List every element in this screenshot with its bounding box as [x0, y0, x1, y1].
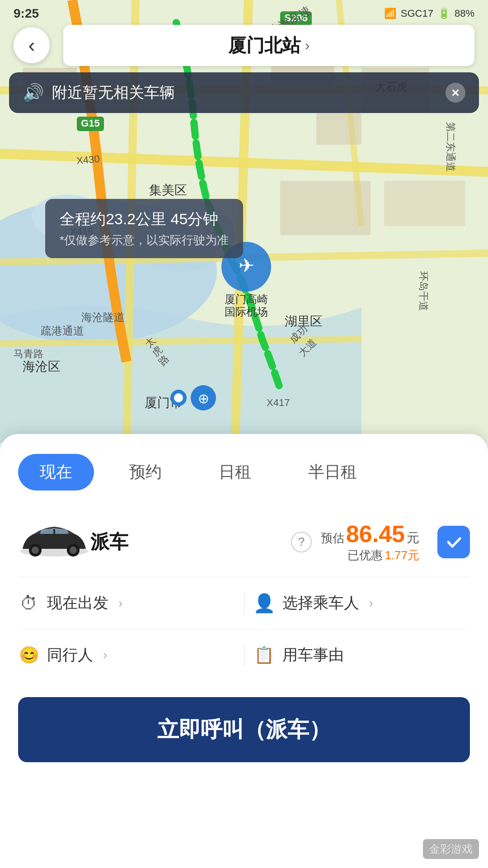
companion-option[interactable]: 😊 同行人 ›: [18, 644, 235, 666]
tab-half-day-rent-label: 半日租: [308, 462, 357, 481]
price-unit: 元: [407, 529, 419, 547]
car-option-card[interactable]: 派车 ? 预估 86.45 元 已优惠 1.77元: [18, 507, 470, 577]
companion-arrow: ›: [103, 648, 107, 662]
departure-time-option[interactable]: ⏱ 现在出发 ›: [18, 592, 235, 614]
tab-reservation[interactable]: 预约: [108, 454, 183, 491]
svg-text:✈: ✈: [239, 255, 254, 276]
options-divider-2: [244, 644, 244, 666]
battery-icon: 🔋: [438, 8, 450, 19]
service-tabs: 现在 预约 日租 半日租: [18, 434, 470, 507]
svg-text:集美区: 集美区: [149, 183, 187, 197]
tab-now-label: 现在: [40, 462, 72, 481]
reason-option[interactable]: 📋 用车事由: [253, 644, 470, 666]
svg-text:第二东通道: 第二东通道: [445, 122, 456, 172]
call-button-label: 立即呼叫（派车）: [157, 717, 331, 741]
options-row-2: 😊 同行人 › 📋 用车事由: [18, 629, 470, 681]
person-icon: 👤: [253, 592, 275, 614]
reason-icon: 📋: [253, 644, 275, 666]
passenger-arrow: ›: [369, 596, 373, 610]
watermark: 金彩游戏: [423, 839, 479, 859]
car-image: [18, 524, 90, 560]
tab-half-day-rent[interactable]: 半日租: [286, 454, 379, 491]
price-info-button[interactable]: ?: [291, 532, 312, 552]
tab-now[interactable]: 现在: [18, 454, 94, 491]
route-distance-time: 全程约23.2公里 45分钟: [60, 209, 229, 230]
wifi-label: SGC17: [401, 8, 433, 19]
svg-text:G15: G15: [81, 118, 100, 129]
notification-text: 附近暂无相关车辆: [52, 82, 175, 103]
signal-icon: 📶: [384, 8, 396, 19]
select-car-button[interactable]: [437, 526, 470, 558]
notification-close-button[interactable]: ×: [446, 83, 465, 103]
svg-text:⊕: ⊕: [198, 391, 209, 406]
svg-text:环岛干道: 环岛干道: [418, 271, 429, 311]
departure-label: 现在出发: [47, 593, 108, 613]
location-header[interactable]: 厦门北站 ›: [63, 25, 474, 66]
origin-label: 厦门北站: [228, 33, 300, 58]
price-section: ? 预估 86.45 元 已优惠 1.77元: [291, 520, 470, 563]
route-info-tooltip: 全程约23.2公里 45分钟 *仅做参考示意，以实际行驶为准: [45, 199, 243, 258]
checkmark-icon: [445, 533, 463, 551]
call-button[interactable]: 立即呼叫（派车）: [18, 697, 470, 762]
watermark-text: 金彩游戏: [429, 843, 473, 855]
companion-label: 同行人: [47, 645, 93, 665]
car-type-name: 派车: [90, 529, 291, 555]
estimate-label: 预估: [321, 530, 344, 546]
passenger-option[interactable]: 👤 选择乘车人 ›: [253, 592, 470, 614]
svg-text:国际机场: 国际机场: [225, 306, 268, 318]
options-row-1: ⏱ 现在出发 › 👤 选择乘车人 ›: [18, 577, 470, 629]
back-icon: ‹: [28, 34, 35, 57]
svg-point-54: [70, 547, 77, 554]
svg-rect-13: [316, 113, 361, 145]
svg-point-39: [174, 393, 183, 402]
tab-day-rent-label: 日租: [219, 462, 251, 481]
time-display: 9:25: [14, 6, 39, 21]
bottom-panel: 现在 预约 日租 半日租 派车 ?: [0, 434, 488, 868]
passenger-label: 选择乘车人: [282, 593, 359, 613]
battery-level: 88%: [455, 8, 474, 19]
svg-text:海沧区: 海沧区: [23, 359, 61, 373]
clock-icon: ⏱: [18, 592, 40, 614]
svg-text:X430: X430: [76, 153, 100, 166]
route-disclaimer: *仅做参考示意，以实际行驶为准: [60, 232, 229, 248]
svg-text:X417: X417: [267, 397, 290, 408]
close-icon: ×: [451, 85, 460, 100]
svg-text:疏港通道: 疏港通道: [41, 325, 84, 337]
svg-rect-16: [384, 181, 465, 226]
svg-point-52: [32, 547, 39, 554]
price-amount: 86.45: [346, 520, 405, 547]
speaker-icon: 🔊: [23, 83, 44, 103]
status-bar: 9:25 📶 SGC17 🔋 88%: [0, 0, 488, 27]
departure-arrow: ›: [118, 596, 122, 610]
reason-label: 用车事由: [282, 645, 344, 665]
price-details: 预估 86.45 元 已优惠 1.77元: [321, 520, 419, 563]
back-button[interactable]: ‹: [14, 27, 50, 63]
svg-rect-15: [280, 181, 371, 235]
companion-icon: 😊: [18, 644, 40, 666]
svg-text:海沧隧道: 海沧隧道: [81, 311, 125, 323]
discount-label: 已优惠: [347, 548, 383, 562]
svg-text:马青路: 马青路: [14, 348, 43, 359]
discount-amount: 1.77元: [385, 548, 419, 562]
options-divider: [244, 592, 244, 614]
notification-bar: 🔊 附近暂无相关车辆 ×: [9, 72, 479, 113]
tab-day-rent[interactable]: 日租: [197, 454, 273, 491]
tab-reservation-label: 预约: [129, 462, 162, 481]
svg-text:厦门高崎: 厦门高崎: [225, 293, 268, 305]
origin-arrow: ›: [305, 37, 310, 54]
